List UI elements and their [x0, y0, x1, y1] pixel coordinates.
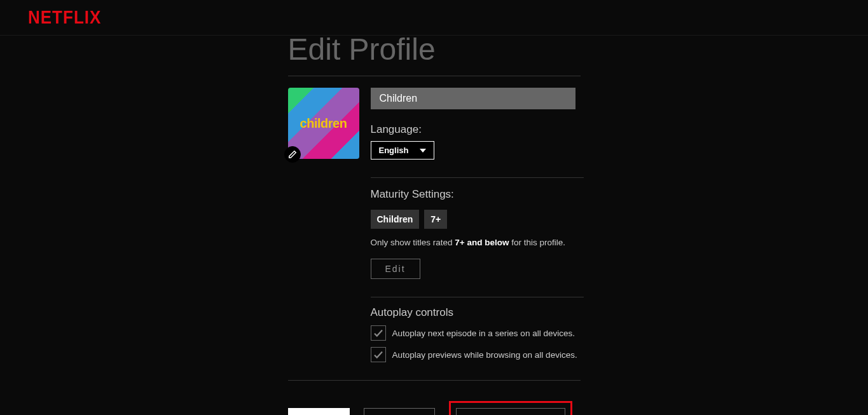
page-title: Edit Profile: [288, 32, 581, 67]
divider: [288, 380, 581, 381]
avatar-button[interactable]: children: [288, 88, 359, 159]
chevron-down-icon: [420, 149, 426, 153]
save-button[interactable]: Save: [288, 408, 350, 415]
delete-profile-button[interactable]: Delete Profile: [456, 408, 565, 415]
check-icon: [373, 327, 384, 339]
autoplay-previews-checkbox[interactable]: [371, 347, 386, 362]
profile-fields: Language: English Maturity Settings: Chi…: [371, 88, 584, 362]
edit-avatar-icon[interactable]: [284, 146, 301, 163]
autoplay-previews-label: Autoplay previews while browsing on all …: [392, 350, 577, 360]
edit-profile-panel: Edit Profile children Language: English: [288, 36, 581, 415]
autoplay-heading: Autoplay controls: [371, 306, 584, 319]
divider: [288, 76, 581, 76]
maturity-tag-7plus: 7+: [424, 210, 447, 229]
maturity-note: Only show titles rated 7+ and below for …: [371, 238, 584, 247]
content: Edit Profile children Language: English: [0, 36, 868, 415]
netflix-logo[interactable]: NETFLIX: [28, 6, 101, 28]
autoplay-next-row: Autoplay next episode in a series on all…: [371, 325, 584, 341]
language-select[interactable]: English: [371, 141, 435, 160]
edit-maturity-button[interactable]: Edit: [371, 259, 420, 279]
autoplay-next-checkbox[interactable]: [371, 325, 386, 341]
cancel-button[interactable]: Cancel: [364, 408, 436, 415]
avatar-label: children: [300, 116, 347, 131]
maturity-tag-children: Children: [371, 210, 420, 229]
delete-highlight-box: Delete Profile: [449, 401, 572, 415]
divider: [371, 297, 584, 297]
maturity-heading: Maturity Settings:: [371, 188, 584, 201]
footer-actions: Save Cancel Delete Profile: [288, 401, 581, 415]
maturity-tags: Children 7+: [371, 210, 584, 229]
autoplay-previews-row: Autoplay previews while browsing on all …: [371, 347, 584, 362]
divider: [371, 177, 584, 178]
profile-row: children Language: English Maturity Sett…: [288, 88, 581, 362]
language-value: English: [379, 146, 409, 155]
profile-name-input[interactable]: [371, 88, 575, 109]
language-label: Language:: [371, 123, 584, 136]
check-icon: [373, 349, 384, 360]
autoplay-next-label: Autoplay next episode in a series on all…: [392, 329, 575, 338]
header: NETFLIX: [0, 0, 868, 36]
